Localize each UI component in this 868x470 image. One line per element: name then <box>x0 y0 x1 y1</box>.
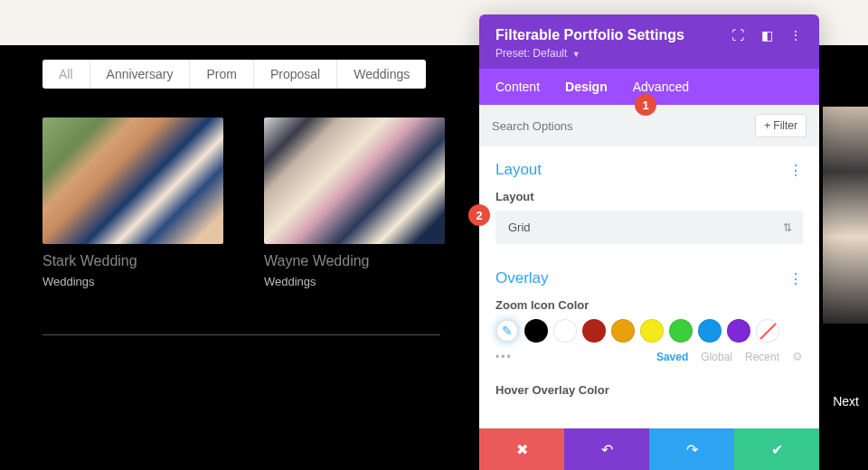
preset-label: Preset: Default <box>495 47 567 60</box>
undo-icon: ↶ <box>601 441 613 458</box>
portfolio-thumbnail[interactable] <box>42 118 223 244</box>
palette-tab-saved[interactable]: Saved <box>656 351 688 363</box>
chevron-down-icon: ▼ <box>572 50 580 59</box>
next-link[interactable]: Next <box>833 394 859 409</box>
preset-selector[interactable]: Preset: Default ▼ <box>495 47 803 60</box>
gear-icon[interactable]: ⚙ <box>792 350 803 363</box>
portfolio-grid: Stark Wedding Weddings Wayne Wedding Wed… <box>42 118 425 288</box>
layout-select-value: Grid <box>508 221 531 234</box>
portfolio-card[interactable]: Stark Wedding Weddings <box>42 118 223 288</box>
hover-overlay-color-label: Hover Overlay Color <box>495 383 803 397</box>
zoom-icon-color-swatches: ✎ <box>495 319 803 343</box>
undo-button[interactable]: ↶ <box>564 428 649 470</box>
swatch-red[interactable] <box>582 319 606 343</box>
more-dots-icon[interactable]: ••• <box>495 351 513 363</box>
section-title-label: Overlay <box>495 269 549 287</box>
check-icon: ✔ <box>771 441 783 458</box>
portfolio-card-category: Weddings <box>42 275 223 288</box>
snap-icon[interactable]: ◧ <box>760 28 774 42</box>
filter-button[interactable]: +Filter <box>755 114 807 137</box>
background-image-peek <box>823 107 868 324</box>
swatch-orange[interactable] <box>611 319 635 343</box>
close-icon: ✖ <box>516 441 528 458</box>
section-menu-icon[interactable]: ⋮ <box>788 162 803 179</box>
portfolio-card-title: Wayne Wedding <box>264 253 445 269</box>
panel-body: Layout ⋮ Layout Grid ⇅ Overlay ⋮ Zoom Ic… <box>479 146 819 428</box>
section-menu-icon[interactable]: ⋮ <box>788 270 803 287</box>
panel-title: Filterable Portfolio Settings <box>495 27 684 43</box>
section-layout-header: Layout ⋮ <box>495 161 803 179</box>
section-overlay-header: Overlay ⋮ <box>495 269 803 287</box>
annotation-callout-2: 2 <box>468 204 490 226</box>
cancel-button[interactable]: ✖ <box>479 428 564 470</box>
plus-icon: + <box>764 119 770 132</box>
filter-tab-prom[interactable]: Prom <box>190 60 253 89</box>
portfolio-card-title: Stark Wedding <box>42 253 223 269</box>
palette-tab-global[interactable]: Global <box>701 351 732 363</box>
kebab-menu-icon[interactable]: ⋮ <box>788 28 803 42</box>
swatch-none[interactable] <box>756 319 779 343</box>
swatch-yellow[interactable] <box>640 319 664 343</box>
filter-tab-weddings[interactable]: Weddings <box>337 60 426 89</box>
redo-icon: ↷ <box>686 441 698 458</box>
zoom-icon-color-label: Zoom Icon Color <box>495 298 803 312</box>
portfolio-filter-bar: All Anniversary Prom Proposal Weddings <box>42 60 426 89</box>
save-button[interactable]: ✔ <box>734 428 819 470</box>
swatch-green[interactable] <box>669 319 693 343</box>
tab-advanced[interactable]: Advanced <box>620 69 702 105</box>
eyedropper-icon[interactable]: ✎ <box>495 319 519 343</box>
filter-tab-all[interactable]: All <box>42 60 90 89</box>
expand-icon[interactable]: ⛶ <box>731 28 745 42</box>
redo-button[interactable]: ↷ <box>649 428 734 470</box>
panel-header: Filterable Portfolio Settings ⛶ ◧ ⋮ Pres… <box>479 14 819 69</box>
swatch-white[interactable] <box>553 319 577 343</box>
portfolio-card-category: Weddings <box>264 275 445 288</box>
filter-tab-proposal[interactable]: Proposal <box>254 60 337 89</box>
layout-field-label: Layout <box>495 190 803 203</box>
layout-select[interactable]: Grid ⇅ <box>495 211 803 244</box>
tab-content[interactable]: Content <box>495 69 552 105</box>
swatch-purple[interactable] <box>727 319 750 343</box>
search-input[interactable] <box>492 119 755 133</box>
select-caret-icon: ⇅ <box>783 221 792 234</box>
divider <box>42 334 440 335</box>
tab-design[interactable]: Design <box>552 69 620 105</box>
section-title-label: Layout <box>495 161 542 179</box>
palette-tab-recent[interactable]: Recent <box>745 351 779 363</box>
swatch-meta-row: ••• Saved Global Recent ⚙ <box>495 350 803 363</box>
settings-panel: Filterable Portfolio Settings ⛶ ◧ ⋮ Pres… <box>479 14 819 470</box>
annotation-callout-1: 1 <box>635 94 656 116</box>
swatch-blue[interactable] <box>698 319 722 343</box>
portfolio-thumbnail[interactable] <box>264 118 445 244</box>
filter-tab-anniversary[interactable]: Anniversary <box>90 60 191 89</box>
portfolio-card[interactable]: Wayne Wedding Weddings <box>264 118 445 288</box>
swatch-black[interactable] <box>524 319 548 343</box>
panel-footer: ✖ ↶ ↷ ✔ <box>479 428 819 470</box>
filter-button-label: Filter <box>773 119 797 132</box>
